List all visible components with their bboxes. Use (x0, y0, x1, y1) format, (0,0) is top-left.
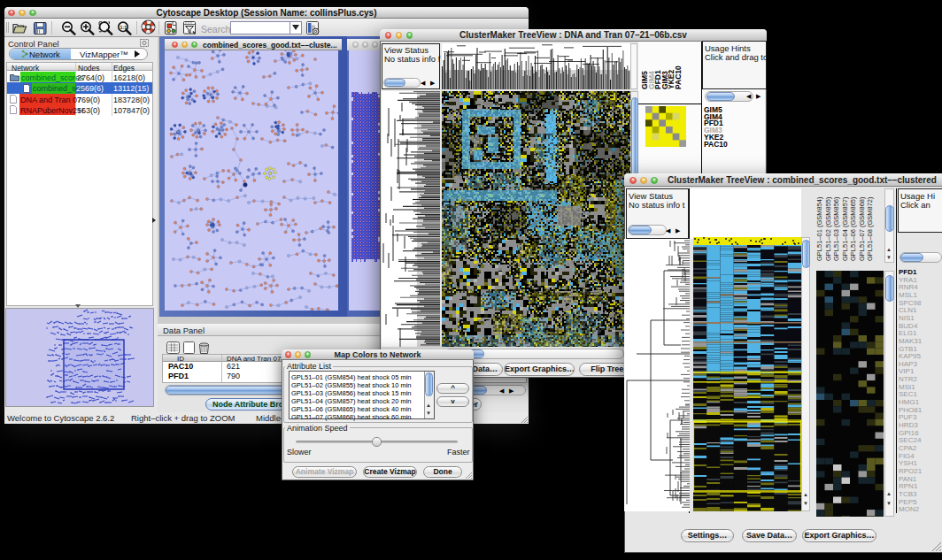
svg-text:GPL51–07 (GSM868): GPL51–07 (GSM868) (858, 196, 866, 261)
svg-text:GPL51–01 (GSM854): GPL51–01 (GSM854) (815, 196, 823, 261)
svg-text:GPL51–06 (GSM865): GPL51–06 (GSM865) (849, 196, 857, 261)
svg-text:GPL51–03 (GSM856): GPL51–03 (GSM856) (832, 196, 840, 261)
svg-text:PAC10: PAC10 (674, 65, 683, 89)
svg-text:1:1: 1:1 (120, 25, 127, 30)
svg-text:GPL51–08 (GSM872): GPL51–08 (GSM872) (866, 196, 874, 261)
svg-text:GPL51–04 (GSM857): GPL51–04 (GSM857) (841, 196, 849, 261)
svg-text:GPL51–02 (GSM855): GPL51–02 (GSM855) (824, 196, 832, 261)
